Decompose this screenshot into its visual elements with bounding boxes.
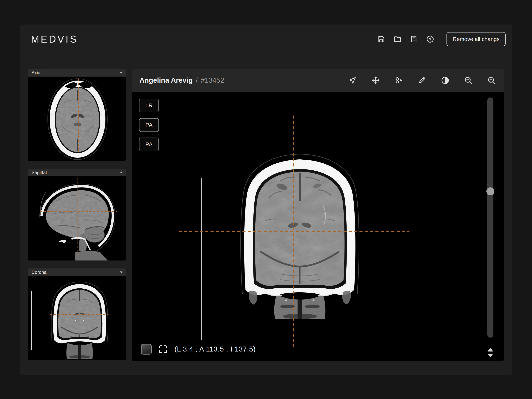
pan-icon bbox=[371, 76, 380, 85]
panel-axial: Axial ▼ bbox=[28, 69, 126, 161]
sagittal-thumbnail[interactable] bbox=[28, 176, 126, 260]
chevron-down-icon[interactable]: ▼ bbox=[119, 71, 123, 75]
coronal-thumbnail[interactable] bbox=[28, 276, 126, 360]
zoom-in-button[interactable] bbox=[487, 76, 496, 85]
viewer: Angelina Arevig / #13452 bbox=[132, 69, 504, 361]
remove-all-changes-button[interactable]: Remove all changs bbox=[446, 32, 506, 46]
contrast-tool-button[interactable] bbox=[440, 76, 450, 85]
panel-sagittal: Sagittal ▼ bbox=[28, 169, 126, 260]
viewer-statusbar: (L 3.4 , A 113.5 , I 137.5) bbox=[141, 344, 256, 355]
save-button[interactable] bbox=[376, 34, 386, 44]
report-button[interactable] bbox=[409, 34, 419, 44]
spinner-up-icon bbox=[488, 348, 493, 352]
app-window: MEDVIS bbox=[20, 25, 513, 375]
slider-thumb[interactable] bbox=[486, 187, 494, 195]
coordinates-readout: (L 3.4 , A 113.5 , I 137.5) bbox=[174, 345, 256, 353]
axial-ct-image bbox=[28, 76, 126, 161]
orientation-button-lr[interactable]: LR bbox=[139, 99, 159, 112]
spinner-up-button[interactable] bbox=[487, 348, 494, 352]
sagittal-ct-image bbox=[28, 176, 126, 260]
spinner-down-button[interactable] bbox=[487, 353, 494, 358]
svg-text:?: ? bbox=[429, 37, 431, 41]
panel-sagittal-label: Sagittal bbox=[32, 170, 47, 175]
orientation-button-pa-2[interactable]: PA bbox=[139, 138, 159, 151]
zoom-in-icon bbox=[487, 76, 496, 85]
orientation-button-pa-1[interactable]: PA bbox=[139, 118, 159, 132]
fullscreen-button[interactable] bbox=[158, 344, 168, 355]
viewer-title: Angelina Arevig / #13452 bbox=[139, 76, 224, 84]
report-icon bbox=[409, 35, 418, 44]
spinner-down-icon bbox=[488, 354, 493, 357]
nodes-icon bbox=[394, 76, 403, 85]
zoom-out-button[interactable] bbox=[463, 76, 473, 85]
slice-slider-track[interactable] bbox=[487, 97, 494, 338]
axial-thumbnail[interactable] bbox=[28, 76, 126, 161]
app-header: MEDVIS bbox=[20, 25, 513, 54]
nodes-tool-button[interactable] bbox=[394, 76, 404, 85]
chevron-down-icon[interactable]: ▼ bbox=[119, 171, 123, 174]
brand-logo: MEDVIS bbox=[31, 33, 78, 45]
viewer-header: Angelina Arevig / #13452 bbox=[132, 69, 504, 92]
screen: MEDVIS bbox=[0, 0, 532, 399]
patient-name: Angelina Arevig bbox=[139, 76, 193, 84]
chevron-down-icon[interactable]: ▼ bbox=[119, 271, 123, 274]
panel-coronal: Coronal ▼ bbox=[28, 268, 126, 360]
save-icon bbox=[377, 35, 386, 44]
panel-axial-header[interactable]: Axial ▼ bbox=[28, 69, 126, 76]
header-actions: ? Remove all changs bbox=[376, 32, 506, 46]
panel-sagittal-header[interactable]: Sagittal ▼ bbox=[28, 169, 126, 176]
panel-axial-label: Axial bbox=[32, 70, 41, 76]
preview-box-icon[interactable] bbox=[141, 344, 152, 355]
help-icon: ? bbox=[426, 35, 435, 44]
study-id: #13452 bbox=[201, 76, 224, 84]
folder-icon bbox=[393, 35, 402, 44]
viewport[interactable]: LR PA PA (L 3.4 , A 113.5 , I 137.5) bbox=[132, 92, 504, 361]
panel-coronal-header[interactable]: Coronal ▼ bbox=[28, 268, 126, 276]
help-button[interactable]: ? bbox=[425, 34, 435, 44]
title-divider: / bbox=[196, 76, 198, 84]
pencil-icon bbox=[418, 76, 427, 85]
viewer-toolbar bbox=[348, 76, 496, 85]
pan-tool-button[interactable] bbox=[371, 76, 380, 85]
pointer-tool-button[interactable] bbox=[348, 76, 357, 85]
coronal-ct-image bbox=[28, 276, 126, 360]
open-folder-button[interactable] bbox=[393, 34, 402, 44]
slice-spinner bbox=[486, 348, 494, 358]
fullscreen-icon bbox=[158, 344, 168, 354]
contrast-icon bbox=[441, 76, 450, 85]
pencil-tool-button[interactable] bbox=[417, 76, 427, 85]
zoom-out-icon bbox=[464, 76, 473, 85]
pointer-icon bbox=[348, 76, 357, 85]
coronal-view-image bbox=[132, 92, 504, 361]
panel-coronal-label: Coronal bbox=[32, 270, 48, 275]
